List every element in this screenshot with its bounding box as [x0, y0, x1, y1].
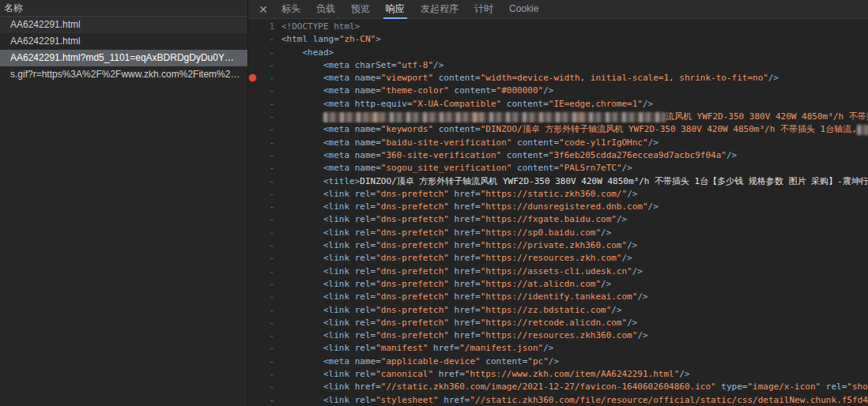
code-token-attr: href= — [428, 343, 459, 353]
line-number: - — [248, 227, 281, 239]
code-token-tag: /> — [601, 227, 611, 238]
code-token-tag: <meta — [281, 73, 355, 83]
code-token-attr: http-equiv= — [355, 99, 413, 109]
network-request-row[interactable]: AA6242291.html — [0, 33, 247, 50]
code-token-attr: href= — [449, 318, 481, 328]
code-token-attr: charSet= — [355, 60, 397, 70]
tab-preview[interactable]: 预览 — [343, 0, 378, 19]
network-request-row[interactable]: AA6242291.html — [0, 17, 247, 33]
code-line: - <title>DINZOO/顶卓 方形外转子轴流风机 YWF2D-350 3… — [248, 175, 868, 188]
code-token-tag: /> — [768, 73, 779, 83]
code-token-str: "https://identify.tankeai.com" — [481, 291, 638, 302]
line-number: - — [248, 394, 281, 406]
line-number: - — [248, 329, 281, 342]
code-token-attr: lang= — [313, 34, 339, 44]
code-line: - <link rel="dns-prefetch" href="https:/… — [248, 239, 868, 252]
code-token-attr: name= — [355, 73, 381, 83]
code-token-attr: rel= — [355, 291, 376, 302]
code-content: <link rel="dns-prefetch" href="https://a… — [281, 265, 868, 278]
code-token-attr: content= — [449, 85, 496, 96]
code-token-str: "canonical" — [376, 369, 433, 379]
line-number: - — [248, 304, 281, 317]
code-content: <link rel="dns-prefetch" href="https://s… — [281, 227, 868, 239]
tab-timing[interactable]: 计时 — [466, 0, 501, 19]
code-token-attr: rel= — [355, 369, 376, 379]
code-content: <meta name="360-site-verification" conte… — [281, 149, 868, 162]
code-token-str: "3f6eb205cdda276eccea9d7acbc9f04a" — [549, 150, 726, 160]
tab-initiator[interactable]: 发起程序 — [413, 0, 466, 19]
code-token-attr: rel= — [355, 395, 376, 405]
code-line: - <link rel="dns-prefetch" href="https:/… — [248, 265, 868, 278]
code-token-attr: content= — [511, 163, 559, 173]
code-line: - <meta name="360-site-verification" con… — [248, 149, 868, 162]
code-token-str: "https://sp0.baidu.com" — [481, 227, 601, 238]
code-token-str: "dns-prefetch" — [376, 318, 449, 328]
line-number: - — [248, 252, 281, 265]
code-token-attr: href= — [449, 253, 481, 263]
line-number: - — [248, 59, 281, 72]
close-details-icon[interactable]: ✕ — [253, 0, 274, 19]
code-token-str: "applicable-device" — [381, 356, 481, 367]
code-token-str: "//static.zkh360.com/file/resource/offic… — [470, 395, 868, 405]
tab-response[interactable]: 响应 — [378, 0, 413, 19]
code-line: - <link rel="canonical" href="https://ww… — [248, 368, 868, 381]
code-token-tag: <link — [281, 369, 355, 379]
code-token-str: "https://at.alicdn.com" — [481, 279, 601, 289]
code-token-attr: rel= — [355, 253, 376, 263]
code-content: <link rel="dns-prefetch" href="https://f… — [281, 213, 868, 226]
code-token-str: "https://private.zkh360.com" — [481, 240, 627, 250]
code-token-tag: <title> — [281, 176, 360, 186]
request-list: AA6242291.htmlAA6242291.htmlAA6242291.ht… — [0, 17, 247, 83]
code-token-tag: /> — [622, 163, 632, 173]
code-token-attr: type= — [716, 382, 748, 392]
code-content: <meta name="applicable-device" content="… — [281, 355, 868, 368]
network-request-row[interactable]: s.gif?r=https%3A%2F%2Fwww.zkh.com%2Fitem… — [0, 66, 247, 83]
code-token-attr: name= — [355, 150, 381, 160]
line-number: - — [248, 342, 281, 355]
line-number: - — [248, 137, 281, 149]
tab-cookies[interactable]: Cookie — [501, 0, 546, 19]
code-token-str: "theme-color" — [381, 85, 449, 96]
code-content: <meta name="theme-color" content="#00000… — [281, 85, 868, 97]
tab-payload[interactable]: 负载 — [308, 0, 343, 19]
code-token-str: "https://fxgate.baidu.com" — [481, 214, 617, 224]
tab-headers[interactable]: 标头 — [274, 0, 308, 19]
code-token-str: "dns-prefetch" — [376, 201, 449, 212]
code-token-tag: /> — [627, 318, 637, 328]
code-content: <link rel="dns-prefetch" href="https://i… — [281, 291, 868, 303]
code-token-tag: <meta — [281, 163, 355, 173]
code-token-attr: content= — [433, 124, 481, 134]
code-token-attr: rel= — [355, 279, 376, 289]
code-line: - <meta http-equiv="X-UA-Compatible" con… — [248, 98, 868, 111]
code-token-str: "/manifest.json" — [459, 343, 543, 353]
code-token-str: "dns-prefetch" — [376, 291, 449, 302]
code-token-str: "stylesheet" — [376, 395, 438, 405]
code-token-tag: /> — [679, 369, 689, 379]
code-token-attr: href= — [449, 291, 481, 302]
code-token-attr: href= — [449, 201, 481, 212]
line-number: - — [248, 239, 281, 252]
line-number: - — [248, 123, 281, 136]
code-token-str: "width=device-width, initial-scale=1, sh… — [481, 73, 768, 83]
code-line: - <link rel="dns-prefetch" href="https:/… — [248, 188, 868, 201]
code-content: <!DOCTYPE html> — [281, 21, 868, 33]
code-token-tag: <link — [281, 240, 355, 250]
code-token-str: "code-yl1rIgOHnc" — [559, 137, 648, 148]
code-content: <link rel="dns-prefetch" href="https://d… — [281, 201, 868, 213]
code-line: - <meta charSet="utf-8"/> — [248, 59, 868, 72]
code-token-tag: /> — [611, 305, 621, 315]
code-token-attr: href= — [449, 330, 481, 340]
network-request-row[interactable]: AA6242291.html?md5_1101=eqAxBDRDgDyDu0Y… — [0, 50, 247, 66]
line-number: - — [248, 175, 281, 188]
code-token-tag: <link — [281, 318, 355, 328]
code-line: - 流风机 YWF2D-350 380V 420W 4850m³/h 不带插头 … — [248, 111, 868, 123]
code-token-tag: <link — [281, 227, 355, 238]
code-content: <meta name="sogou_site_verification" con… — [281, 162, 868, 175]
response-code-view[interactable]: 1<!DOCTYPE html>-<html lang="zh-CN">- <h… — [248, 19, 868, 406]
code-token-str: "dns-prefetch" — [376, 253, 449, 263]
line-number: - — [248, 201, 281, 213]
code-token-attr: rel= — [355, 189, 376, 199]
code-content: <link rel="manifest" href="/manifest.jso… — [281, 342, 868, 355]
code-token-tag: <meta — [281, 60, 355, 70]
code-token-tag: /> — [648, 201, 659, 212]
